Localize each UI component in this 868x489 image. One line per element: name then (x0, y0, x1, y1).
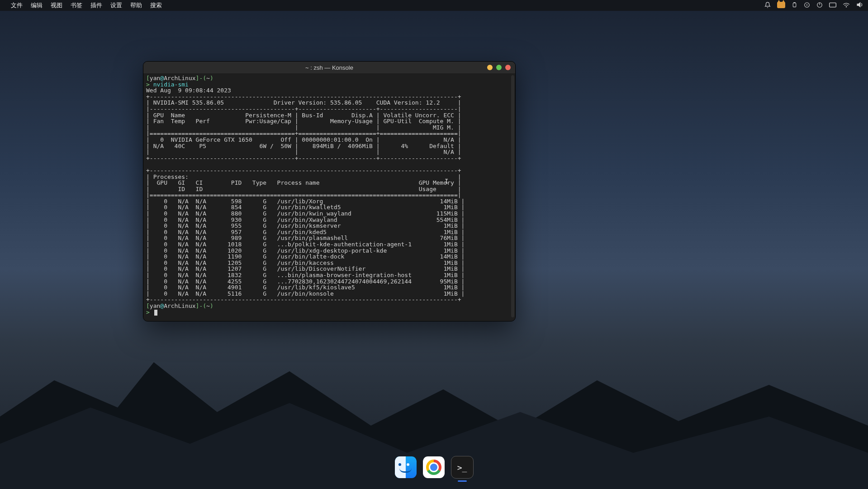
clipboard-icon[interactable] (792, 2, 797, 10)
scrollbar[interactable] (511, 75, 514, 317)
minimize-button[interactable] (487, 65, 493, 70)
dock-app-konsole[interactable]: >_ (451, 456, 474, 479)
notification-icon[interactable] (764, 2, 771, 10)
menu-bookmark[interactable]: 书签 (71, 1, 82, 10)
menu-plugins[interactable]: 插件 (90, 1, 102, 10)
svg-marker-11 (857, 3, 860, 7)
prompt-path: ~ (206, 302, 210, 309)
svg-rect-0 (793, 3, 796, 7)
close-button[interactable] (505, 65, 511, 70)
dock-app-chrome[interactable] (423, 456, 445, 478)
window-title: ~ : zsh — Konsole (305, 64, 353, 71)
terminal-output[interactable]: [yan@ArchLinux]-(~) > nvidia-smi Wed Aug… (146, 75, 512, 316)
prompt-at: @ (160, 302, 164, 309)
menu-view[interactable]: 视图 (51, 1, 62, 10)
maximize-button[interactable] (496, 65, 502, 70)
prompt-paren-open: ( (203, 302, 206, 309)
dock: >_ (390, 450, 478, 484)
menu-search[interactable]: 搜索 (150, 1, 162, 10)
prompt-paren-open: ( (203, 75, 206, 82)
dock-app-finder[interactable] (395, 456, 417, 478)
svg-rect-5 (830, 3, 836, 7)
menu-settings[interactable]: 设置 (110, 1, 122, 10)
prompt-user: yan (150, 302, 160, 309)
cat-icon[interactable] (777, 2, 785, 10)
svg-point-10 (846, 6, 846, 7)
terminal-body[interactable]: [yan@ArchLinux]-(~) > nvidia-smi Wed Aug… (143, 73, 515, 321)
prompt-bracket-close: ]- (196, 75, 203, 82)
prompt-paren-close: ) (210, 302, 213, 309)
konsole-window[interactable]: ~ : zsh — Konsole [yan@ArchLinux]-(~) > … (143, 61, 516, 321)
menubar: 文件 编辑 视图 书签 插件 设置 帮助 搜索 (0, 0, 868, 11)
volume-icon[interactable] (856, 2, 863, 9)
prompt-path: ~ (206, 75, 210, 82)
menu-help[interactable]: 帮助 (130, 1, 142, 10)
hr: +---------------------------------------… (146, 155, 461, 162)
traffic-lights (487, 65, 511, 70)
text-caret-icon: I (445, 177, 448, 185)
menu-edit[interactable]: 编辑 (31, 1, 43, 10)
cursor-block (154, 310, 157, 316)
prompt-bracket-close: ]- (196, 302, 203, 309)
prompt-arrow: > (146, 309, 150, 316)
circle-i-icon[interactable] (804, 2, 810, 10)
titlebar[interactable]: ~ : zsh — Konsole (143, 62, 515, 74)
prompt-paren-close: ) (210, 75, 213, 82)
menu-file[interactable]: 文件 (11, 1, 23, 10)
active-indicator (458, 480, 467, 482)
wifi-icon[interactable] (843, 2, 850, 9)
power-icon[interactable] (816, 2, 823, 10)
keyboard-icon[interactable] (829, 2, 836, 9)
prompt-host: ArchLinux (164, 302, 195, 309)
